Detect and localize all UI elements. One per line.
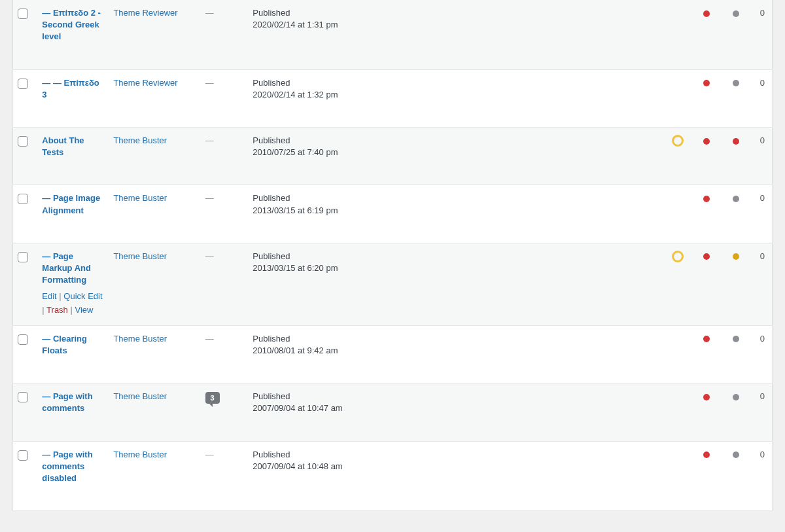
status-dot-icon bbox=[733, 452, 739, 458]
quick-edit-link[interactable]: Quick Edit bbox=[63, 291, 102, 301]
title-cell: — — Επίπεδο 3 bbox=[35, 69, 107, 127]
title-cell: — Page with comments bbox=[35, 383, 107, 441]
publish-date: 2020/02/14 at 1:31 pm bbox=[253, 19, 627, 31]
comments-cell: — bbox=[199, 441, 247, 511]
author-link[interactable]: Theme Reviewer bbox=[113, 78, 177, 88]
seo-dot-cell bbox=[691, 383, 722, 441]
row-select-checkbox[interactable] bbox=[18, 392, 28, 402]
links-count-cell: 0 bbox=[751, 185, 773, 243]
date-cell: Published2007/09/04 at 10:48 am bbox=[246, 441, 633, 511]
links-count-cell: 0 bbox=[751, 127, 773, 185]
no-comments-dash: — bbox=[205, 78, 214, 88]
comments-cell: — bbox=[199, 0, 247, 69]
readability-cell bbox=[634, 185, 691, 243]
publish-status: Published bbox=[253, 7, 627, 19]
no-comments-dash: — bbox=[205, 8, 214, 18]
row-select-checkbox[interactable] bbox=[18, 79, 28, 89]
seo-dot-cell bbox=[691, 127, 722, 185]
publish-date: 2013/03/15 at 6:20 pm bbox=[253, 262, 627, 274]
status-dot-icon bbox=[703, 196, 710, 202]
title-cell: — Page Markup And FormattingEdit | Quick… bbox=[35, 243, 107, 325]
page-title-link[interactable]: — Clearing Floats bbox=[42, 334, 87, 355]
table-row: — Page with comments disabledTheme Buste… bbox=[12, 441, 773, 511]
comments-cell: — bbox=[199, 69, 247, 127]
no-comments-dash: — bbox=[205, 450, 214, 459]
row-select-checkbox[interactable] bbox=[18, 450, 28, 461]
author-link[interactable]: Theme Buster bbox=[113, 251, 167, 261]
comments-cell: — bbox=[199, 185, 247, 243]
comment-bubble-icon[interactable]: 3 bbox=[205, 392, 220, 404]
table-row: — — Επίπεδο 3Theme Reviewer—Published202… bbox=[12, 69, 773, 127]
row-select-checkbox[interactable] bbox=[18, 9, 28, 19]
row-actions: Edit | Quick Edit | Trash | View bbox=[42, 290, 103, 317]
no-comments-dash: — bbox=[205, 334, 214, 344]
author-link[interactable]: Theme Reviewer bbox=[113, 8, 177, 18]
checkbox-cell bbox=[12, 325, 36, 383]
author-link[interactable]: Theme Buster bbox=[113, 193, 167, 203]
seo-dot-cell bbox=[691, 325, 722, 383]
author-link[interactable]: Theme Buster bbox=[113, 135, 167, 145]
author-link[interactable]: Theme Buster bbox=[113, 334, 167, 344]
page-title-link[interactable]: — Page with comments disabled bbox=[42, 450, 92, 483]
score-circle-icon bbox=[672, 135, 684, 147]
author-cell: Theme Buster bbox=[107, 325, 198, 383]
readability-cell bbox=[634, 0, 691, 69]
date-cell: Published2010/07/25 at 7:40 pm bbox=[246, 127, 633, 185]
publish-status: Published bbox=[253, 77, 627, 89]
page-title-link[interactable]: About The Tests bbox=[42, 135, 84, 157]
no-comments-dash: — bbox=[205, 251, 214, 261]
status-dot-icon bbox=[703, 80, 710, 86]
publish-status: Published bbox=[253, 192, 627, 204]
readability-cell bbox=[634, 325, 691, 383]
page-title-link[interactable]: — Page Markup And Formatting bbox=[42, 251, 91, 285]
status-dot-icon bbox=[733, 80, 739, 86]
row-select-checkbox[interactable] bbox=[18, 334, 28, 345]
page-title-link[interactable]: — — Επίπεδο 3 bbox=[42, 78, 99, 99]
page-title-link[interactable]: — Page with comments bbox=[42, 391, 92, 413]
publish-status: Published bbox=[253, 135, 627, 147]
comments-cell: — bbox=[199, 243, 247, 325]
table-row: — Clearing FloatsTheme Buster—Published2… bbox=[12, 325, 773, 383]
status-dot-icon bbox=[733, 394, 739, 400]
table-row: — Επίπεδο 2 - Second Greek levelTheme Re… bbox=[12, 0, 773, 69]
status-dot-icon bbox=[703, 253, 710, 260]
readability-cell bbox=[634, 127, 691, 185]
publish-status: Published bbox=[253, 391, 627, 402]
comments-cell: — bbox=[199, 325, 247, 383]
page-title-link[interactable]: — Page Image Alignment bbox=[42, 193, 100, 215]
status-dot-icon bbox=[703, 452, 710, 458]
page-title-link[interactable]: — Επίπεδο 2 - Second Greek level bbox=[42, 8, 101, 41]
publish-date: 2010/08/01 at 9:42 am bbox=[253, 345, 627, 357]
publish-status: Published bbox=[253, 333, 627, 345]
status-dot-icon bbox=[733, 10, 739, 17]
author-link[interactable]: Theme Buster bbox=[113, 391, 167, 401]
readability-dot-cell bbox=[722, 127, 752, 185]
status-dot-icon bbox=[703, 10, 710, 17]
title-cell: About The Tests bbox=[35, 127, 107, 185]
row-select-checkbox[interactable] bbox=[18, 252, 28, 262]
date-cell: Published2013/03/15 at 6:19 pm bbox=[246, 185, 633, 243]
row-select-checkbox[interactable] bbox=[18, 194, 28, 204]
links-count-cell: 0 bbox=[751, 325, 773, 383]
publish-status: Published bbox=[253, 251, 627, 262]
checkbox-cell bbox=[12, 243, 36, 325]
readability-cell bbox=[634, 69, 691, 127]
readability-dot-cell bbox=[722, 243, 752, 325]
readability-dot-cell bbox=[722, 0, 752, 69]
author-cell: Theme Buster bbox=[107, 243, 198, 325]
trash-link[interactable]: Trash bbox=[46, 305, 68, 315]
checkbox-cell bbox=[12, 441, 36, 511]
no-comments-dash: — bbox=[205, 193, 214, 203]
title-cell: — Page Image Alignment bbox=[35, 185, 107, 243]
status-dot-icon bbox=[703, 394, 710, 400]
status-dot-icon bbox=[733, 336, 739, 342]
readability-dot-cell bbox=[722, 69, 752, 127]
links-count-cell: 0 bbox=[751, 69, 773, 127]
author-cell: Theme Reviewer bbox=[107, 0, 198, 69]
author-link[interactable]: Theme Buster bbox=[113, 450, 167, 459]
checkbox-cell bbox=[12, 0, 36, 69]
edit-link[interactable]: Edit bbox=[42, 291, 56, 301]
table-row: — Page Image AlignmentTheme Buster—Publi… bbox=[12, 185, 773, 243]
row-select-checkbox[interactable] bbox=[18, 136, 28, 147]
view-link[interactable]: View bbox=[75, 305, 93, 315]
